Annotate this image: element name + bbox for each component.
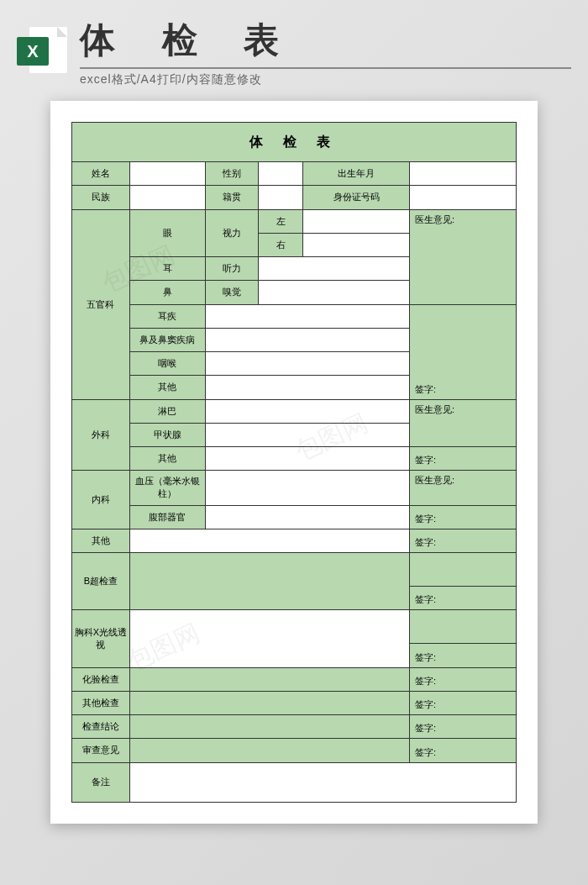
field-origin[interactable] [259,186,303,209]
document-paper: 体 检 表 姓名 性别 出生年月 民族 籍贯 身份证号码 五官科 眼 视力 左 … [50,101,538,824]
label-abdomen: 腹部器官 [129,505,205,529]
label-ent-opinion: 医生意见: [409,209,516,304]
label-lymph: 淋巴 [129,399,205,423]
main-title: 体 检 表 [80,17,571,69]
field-lymph[interactable] [205,399,409,423]
field-remark[interactable] [129,762,516,802]
field-nose-disease[interactable] [205,328,409,351]
field-ent-other[interactable] [205,376,409,399]
label-other-exam-sign: 签字: [409,691,516,714]
label-internal-sign: 签字: [409,505,516,529]
label-ent-sign: 签字: [409,304,516,399]
field-xray-top[interactable] [409,610,516,644]
label-remark: 备注 [72,762,130,802]
label-internal-dept: 内科 [72,471,130,529]
field-thyroid[interactable] [205,423,409,446]
field-hearing[interactable] [259,257,410,281]
field-nation[interactable] [129,186,205,209]
label-bp: 血压（毫米水银柱） [129,471,205,505]
field-id[interactable] [409,186,516,209]
label-xray-sign: 签字: [409,644,516,667]
field-sex[interactable] [259,162,303,186]
form-title: 体 检 表 [72,123,517,162]
field-smell[interactable] [259,281,410,304]
label-lab: 化验检查 [72,667,130,691]
sub-title: excel格式/A4打印/内容随意修改 [80,72,571,87]
label-conclusion-sign: 签字: [409,715,516,739]
label-right: 右 [259,233,303,256]
label-nose: 鼻 [129,281,205,304]
excel-icon: X [17,27,67,77]
field-abdomen[interactable] [205,505,409,529]
field-vision-right[interactable] [303,233,410,256]
label-ear: 耳 [129,257,205,281]
label-conclusion: 检查结论 [72,715,130,739]
label-surgery-dept: 外科 [72,399,130,471]
label-ear-disease: 耳疾 [129,304,205,328]
field-name[interactable] [129,162,205,186]
label-id: 身份证号码 [303,186,410,209]
field-vision-left[interactable] [303,209,410,233]
excel-icon-letter: X [17,37,49,66]
field-review[interactable] [129,739,409,762]
label-nose-disease: 鼻及鼻窦疾病 [129,328,205,351]
label-review: 审查意见 [72,739,130,762]
label-hearing: 听力 [205,257,258,281]
label-nation: 民族 [72,186,130,209]
label-lab-sign: 签字: [409,667,516,691]
label-sex: 性别 [205,162,258,186]
exam-table: 体 检 表 姓名 性别 出生年月 民族 籍贯 身份证号码 五官科 眼 视力 左 … [71,122,517,803]
label-dob: 出生年月 [303,162,410,186]
field-bp[interactable] [205,471,409,505]
label-eye: 眼 [129,209,205,257]
label-surgery-sign: 签字: [409,447,516,471]
label-vision: 视力 [205,209,258,257]
page-header: X 体 检 表 excel格式/A4打印/内容随意修改 [17,17,571,87]
field-conclusion[interactable] [129,715,409,739]
label-other-exam: 其他检查 [72,691,130,714]
label-bscan-sign: 签字: [409,587,516,610]
label-bscan: B超检查 [72,553,130,610]
field-surgery-other[interactable] [205,447,409,471]
field-bscan[interactable] [129,553,409,610]
field-bscan-top[interactable] [409,553,516,587]
label-surgery-other: 其他 [129,447,205,471]
label-ent-dept: 五官科 [72,209,130,399]
label-other-row: 其他 [72,529,130,552]
label-smell: 嗅觉 [205,281,258,304]
field-other-exam[interactable] [129,691,409,714]
field-other-row[interactable] [129,529,409,552]
label-throat: 咽喉 [129,352,205,376]
label-xray: 胸科X光线透视 [72,610,130,667]
label-surgery-opinion: 医生意见: [409,399,516,447]
label-name: 姓名 [72,162,130,186]
label-origin: 籍贯 [205,186,258,209]
label-other-sign: 签字: [409,529,516,552]
label-ent-other: 其他 [129,376,205,399]
label-left: 左 [259,209,303,233]
field-ear-disease[interactable] [205,304,409,328]
field-xray[interactable] [129,610,409,667]
label-internal-opinion: 医生意见: [409,471,516,505]
field-throat[interactable] [205,352,409,376]
field-dob[interactable] [409,162,516,186]
label-review-sign: 签字: [409,739,516,762]
label-thyroid: 甲状腺 [129,423,205,446]
field-lab[interactable] [129,667,409,691]
